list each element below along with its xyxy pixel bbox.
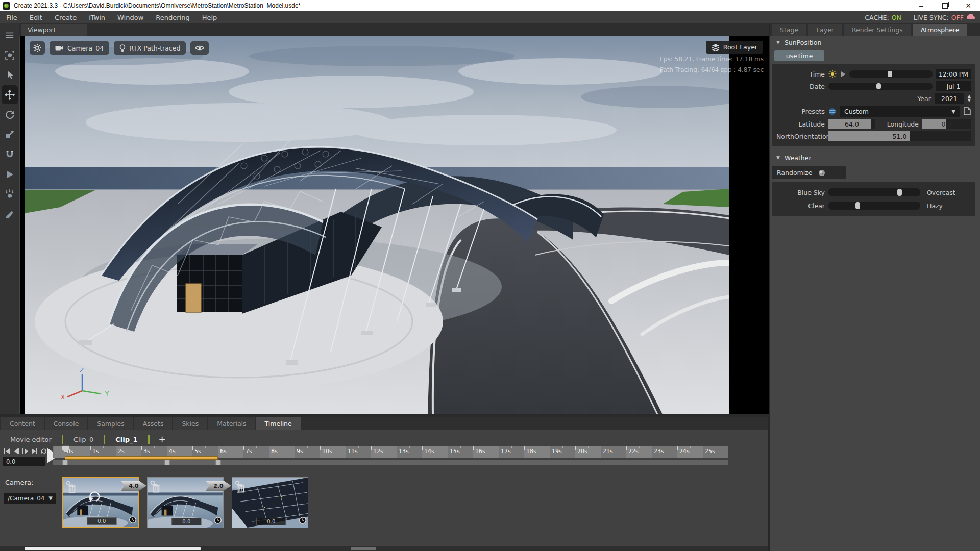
date-slider-handle[interactable] — [876, 83, 881, 89]
date-slider[interactable] — [828, 83, 933, 90]
clip-duration-banner[interactable]: 2.0 — [206, 481, 231, 491]
tick-mark-minor — [231, 446, 231, 448]
restore-button[interactable] — [933, 0, 957, 11]
tab-stage[interactable]: Stage — [772, 24, 806, 36]
tab-render-settings[interactable]: Render Settings — [844, 24, 911, 36]
year-spinner[interactable]: ▲▼ — [968, 94, 971, 103]
menu-window[interactable]: Window — [111, 14, 150, 21]
range-handle[interactable] — [215, 460, 221, 465]
tab-skies[interactable]: Skies — [173, 417, 207, 430]
move-tool[interactable] — [2, 85, 18, 104]
viewport-canvas[interactable] — [24, 36, 729, 414]
blue-sky-overcast-slider[interactable] — [828, 188, 920, 196]
time-value[interactable]: 12:00 PM — [936, 69, 971, 79]
range-handle[interactable] — [164, 460, 170, 465]
clip-key-trash-icons — [234, 480, 253, 494]
minimize-button[interactable]: – — [910, 0, 933, 11]
paint-tool[interactable] — [2, 205, 18, 223]
clip-tab-clip_1[interactable]: Clip_1 — [105, 436, 148, 443]
tab-layer[interactable]: Layer — [808, 24, 842, 36]
cursor-tool[interactable] — [2, 65, 18, 84]
camera-selector-button[interactable]: Camera_04 — [50, 41, 109, 55]
drop-tool[interactable] — [2, 185, 18, 204]
scrollbar-thumb[interactable] — [24, 547, 201, 550]
date-value[interactable]: Jul 1 — [936, 81, 971, 91]
tick-mark-minor — [537, 446, 537, 448]
clip-duration-banner[interactable]: 4.0 — [121, 481, 146, 491]
select-box-tool[interactable] — [2, 45, 18, 64]
presets-dropdown[interactable]: Custom ▼ — [840, 106, 960, 117]
time-slider-handle[interactable] — [888, 71, 892, 77]
viewport-settings-button[interactable] — [30, 41, 45, 55]
range-handle[interactable] — [62, 460, 68, 465]
tab-content[interactable]: Content — [1, 417, 44, 430]
trash-icon[interactable] — [152, 483, 160, 493]
clear-hazy-slider[interactable] — [828, 202, 920, 210]
trash-icon[interactable] — [237, 483, 245, 493]
clip-time-field[interactable]: 0.0 — [87, 517, 116, 525]
clip-span-bar[interactable] — [65, 456, 218, 460]
randomize-row[interactable]: Randomize — [772, 166, 846, 179]
tab-samples[interactable]: Samples — [88, 417, 133, 430]
add-clip-button[interactable]: + — [150, 434, 175, 444]
ruler-tick-1s: 1s — [92, 448, 99, 455]
previous-frame-button[interactable] — [13, 448, 19, 454]
loop-playback-button[interactable] — [40, 448, 47, 454]
tab-materials[interactable]: Materials — [208, 417, 255, 430]
scrollbar-thumb-secondary[interactable] — [351, 547, 376, 550]
tab-atmosphere[interactable]: Atmosphere — [913, 24, 968, 36]
go-to-start-button[interactable] — [4, 448, 10, 454]
time-slider[interactable] — [849, 70, 933, 78]
go-to-end-button[interactable] — [31, 448, 38, 454]
menu-edit[interactable]: Edit — [23, 14, 48, 21]
tick-mark-minor — [588, 446, 589, 448]
tab-assets[interactable]: Assets — [134, 417, 173, 430]
menu-help[interactable]: Help — [196, 14, 224, 21]
clock-icon[interactable] — [214, 516, 222, 526]
root-layer-button[interactable]: Root Layer — [706, 41, 763, 54]
file-icon[interactable] — [964, 107, 971, 115]
timeline-range-track[interactable] — [53, 460, 728, 465]
sunposition-section-header[interactable]: ▼ SunPosition — [770, 36, 980, 49]
clip-time-field[interactable]: 0.0 — [172, 518, 201, 525]
tick-mark — [90, 446, 91, 450]
snap-tool[interactable] — [2, 145, 18, 164]
menu-file[interactable]: File — [0, 14, 23, 21]
ruler-tick-9s: 9s — [297, 448, 303, 455]
use-time-button[interactable]: useTime — [774, 50, 824, 61]
ruler-tick-14s: 14s — [424, 448, 434, 455]
menu-itwin[interactable]: iTwin — [83, 14, 111, 21]
tab-console[interactable]: Console — [45, 417, 88, 430]
latitude-field[interactable]: 64.0 — [828, 119, 875, 129]
menu-tool[interactable] — [2, 26, 18, 44]
clip-time-field[interactable]: 0.0 — [256, 518, 286, 525]
visibility-button[interactable] — [190, 41, 209, 55]
clock-icon[interactable] — [129, 516, 136, 525]
weather-section-header[interactable]: ▼ Weather — [770, 151, 980, 164]
close-button[interactable]: ✕ — [957, 0, 980, 11]
scale-tool[interactable] — [2, 125, 18, 144]
play-tool[interactable] — [2, 165, 18, 184]
clear-slider-handle[interactable] — [855, 202, 860, 209]
menu-rendering[interactable]: Rendering — [150, 14, 195, 21]
north-orientation-field[interactable]: 51.0 — [828, 131, 971, 141]
clip-tab-movie-editor[interactable]: Movie editor — [0, 436, 62, 443]
panel-divider-vertical[interactable] — [769, 23, 770, 551]
clock-icon[interactable] — [299, 516, 306, 526]
menu-create[interactable]: Create — [48, 14, 83, 21]
panel-divider-horizontal[interactable] — [0, 414, 769, 417]
trash-icon[interactable] — [68, 484, 76, 493]
blue-sky-slider-handle[interactable] — [897, 189, 902, 196]
clip-3-thumbnail[interactable]: 0.0 — [232, 477, 308, 528]
current-frame-field[interactable]: 0.0 — [3, 457, 45, 466]
next-frame-button[interactable] — [22, 448, 29, 454]
year-value[interactable]: 2021 — [935, 93, 964, 104]
rotate-tool[interactable] — [2, 105, 18, 124]
renderer-selector-button[interactable]: RTX Path-traced — [114, 41, 186, 55]
tab-viewport[interactable]: Viewport — [21, 24, 87, 36]
play-time-icon[interactable] — [840, 71, 846, 78]
clip-tab-clip_0[interactable]: Clip_0 — [63, 436, 104, 443]
tab-timeline[interactable]: Timeline — [256, 417, 301, 430]
longitude-field[interactable]: 0.0 — [922, 119, 971, 129]
weather-properties: Blue Sky Overcast Clear Hazy — [772, 182, 975, 216]
